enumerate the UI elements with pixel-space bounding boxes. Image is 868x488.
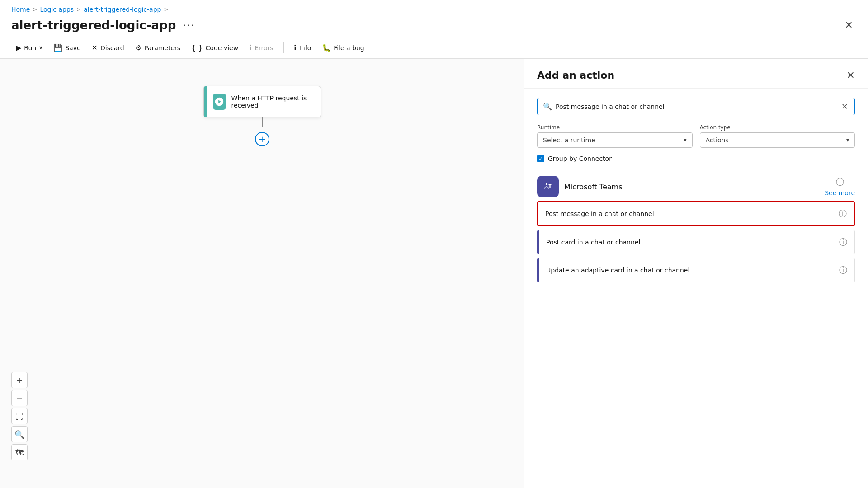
breadcrumb: Home > Logic apps > alert-triggered-logi… [0, 0, 868, 15]
canvas-tools: + − ⛶ 🔍 🗺 [11, 372, 28, 460]
search-input[interactable] [556, 103, 837, 110]
file-bug-label: File a bug [334, 44, 364, 52]
zoom-in-button[interactable]: + [11, 372, 28, 388]
panel-header: Add an action ✕ [524, 59, 868, 89]
filter-row: Runtime Select a runtime ▾ Action type A… [537, 124, 855, 148]
search-icon: 🔍 [543, 102, 552, 111]
connector-right: ⓘ See more [825, 177, 855, 197]
see-more-link[interactable]: See more [825, 189, 855, 197]
file-bug-icon: 🐛 [322, 43, 331, 52]
map-button[interactable]: 🗺 [11, 444, 28, 460]
more-options-button[interactable]: ··· [180, 19, 197, 32]
action-item-1[interactable]: Post card in a chat or channel ⓘ [537, 230, 855, 254]
action-item-info-1[interactable]: ⓘ [839, 237, 847, 248]
action-item-info-2[interactable]: ⓘ [839, 265, 847, 276]
run-icon: ▶ [16, 43, 21, 52]
breadcrumb-sep-3: > [164, 6, 168, 13]
errors-icon: ℹ [249, 43, 252, 52]
runtime-label: Runtime [537, 124, 693, 131]
parameters-label: Parameters [144, 44, 180, 52]
breadcrumb-logic-apps[interactable]: Logic apps [40, 6, 74, 13]
breadcrumb-sep-2: > [76, 6, 81, 13]
toolbar-divider [283, 42, 284, 53]
runtime-chevron-icon: ▾ [684, 137, 686, 143]
search-canvas-button[interactable]: 🔍 [11, 426, 28, 442]
runtime-filter-group: Runtime Select a runtime ▾ [537, 124, 693, 148]
save-icon: 💾 [53, 43, 62, 52]
title-row: alert-triggered-logic-app ··· ✕ [0, 15, 868, 37]
discard-icon: ✕ [92, 43, 98, 52]
parameters-button[interactable]: ⚙ Parameters [131, 41, 185, 55]
toolbar: ▶ Run ∨ 💾 Save ✕ Discard ⚙ Parameters { … [0, 37, 868, 59]
connector-info: Microsoft Teams [537, 176, 623, 197]
add-action-panel: Add an action ✕ 🔍 ✕ Runtime Select a run… [524, 59, 868, 488]
zoom-out-button[interactable]: − [11, 390, 28, 406]
run-label: Run [24, 44, 36, 52]
connector-info-button[interactable]: ⓘ [836, 177, 844, 188]
action-type-chevron-icon: ▾ [846, 137, 849, 143]
action-item-0[interactable]: Post message in a chat or channel ⓘ [537, 201, 855, 226]
page-title: alert-triggered-logic-app [11, 19, 176, 32]
action-item-2[interactable]: Update an adaptive card in a chat or cha… [537, 258, 855, 282]
canvas-area[interactable]: When a HTTP request is received + + − ⛶ … [0, 59, 524, 488]
action-type-filter-group: Action type Actions ▾ [700, 124, 855, 148]
svg-point-1 [546, 183, 548, 186]
errors-label: Errors [255, 44, 273, 52]
action-type-select-value: Actions [706, 136, 729, 144]
title-left: alert-triggered-logic-app ··· [11, 19, 197, 32]
search-clear-button[interactable]: ✕ [840, 102, 849, 111]
discard-label: Discard [100, 44, 124, 52]
code-view-label: Code view [206, 44, 239, 52]
panel-close-button[interactable]: ✕ [847, 70, 855, 81]
checkbox-check-icon: ✓ [538, 156, 542, 162]
connector-header: Microsoft Teams ⓘ See more [537, 171, 855, 201]
microsoft-teams-section: Microsoft Teams ⓘ See more Post message … [537, 171, 855, 282]
group-by-connector-checkbox[interactable]: ✓ [537, 155, 544, 162]
run-chevron-icon: ∨ [39, 45, 42, 51]
info-icon: ℹ [294, 43, 297, 52]
action-item-label-1: Post card in a chat or channel [546, 239, 640, 246]
runtime-select[interactable]: Select a runtime ▾ [537, 132, 693, 148]
info-button[interactable]: ℹ Info [289, 41, 316, 55]
run-button[interactable]: ▶ Run ∨ [11, 41, 47, 55]
code-view-button[interactable]: { } Code view [187, 41, 243, 55]
trigger-container: When a HTTP request is received + [203, 86, 321, 146]
action-item-info-0[interactable]: ⓘ [839, 208, 847, 219]
info-label: Info [299, 44, 311, 52]
connector-line [262, 117, 263, 127]
fit-button[interactable]: ⛶ [11, 408, 28, 424]
breadcrumb-current-app[interactable]: alert-triggered-logic-app [84, 6, 161, 13]
connector-name: Microsoft Teams [564, 183, 623, 191]
breadcrumb-sep-1: > [33, 6, 37, 13]
panel-body: 🔍 ✕ Runtime Select a runtime ▾ Action t [524, 89, 868, 488]
action-item-label-2: Update an adaptive card in a chat or cha… [546, 267, 689, 274]
add-node-button[interactable]: + [255, 132, 269, 146]
runtime-select-value: Select a runtime [543, 136, 595, 144]
app-window: Home > Logic apps > alert-triggered-logi… [0, 0, 868, 488]
group-by-connector-row[interactable]: ✓ Group by Connector [537, 155, 855, 162]
trigger-node-body: When a HTTP request is received [207, 86, 321, 117]
trigger-node[interactable]: When a HTTP request is received [203, 86, 321, 117]
action-item-label-0: Post message in a chat or channel [545, 210, 654, 217]
group-by-connector-label: Group by Connector [548, 155, 612, 162]
close-window-button[interactable]: ✕ [841, 18, 857, 33]
action-type-label: Action type [700, 124, 855, 131]
discard-button[interactable]: ✕ Discard [87, 41, 129, 55]
search-box[interactable]: 🔍 ✕ [537, 98, 855, 115]
parameters-icon: ⚙ [135, 43, 142, 52]
trigger-icon [213, 94, 226, 110]
main-content: When a HTTP request is received + + − ⛶ … [0, 59, 868, 488]
teams-icon [537, 176, 559, 197]
action-type-select[interactable]: Actions ▾ [700, 132, 855, 148]
panel-title: Add an action [537, 70, 614, 81]
svg-rect-0 [540, 178, 556, 195]
breadcrumb-home[interactable]: Home [11, 6, 30, 13]
save-label: Save [65, 44, 80, 52]
code-view-icon: { } [191, 43, 203, 52]
save-button[interactable]: 💾 Save [49, 41, 85, 55]
errors-button[interactable]: ℹ Errors [245, 41, 278, 55]
trigger-label: When a HTTP request is received [231, 94, 314, 109]
file-bug-button[interactable]: 🐛 File a bug [317, 41, 369, 55]
